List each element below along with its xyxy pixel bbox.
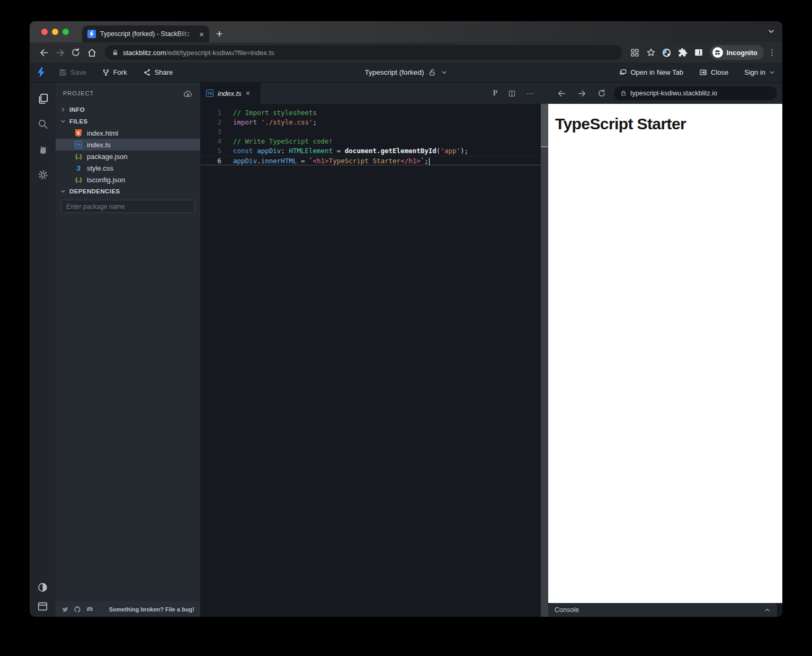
browser-tab[interactable]: Typescript (forked) - StackBlitz × [82, 25, 209, 42]
tab-close-icon[interactable]: × [199, 30, 204, 38]
package-name-input[interactable] [61, 200, 195, 213]
editor-tab-label: index.ts [218, 90, 242, 97]
code-line-2[interactable]: 2import './style.css'; [200, 118, 541, 127]
editor-tab-strip: TS index.ts × P ⋯ [200, 83, 541, 104]
file-item-index-html[interactable]: 5 index.html [56, 127, 200, 139]
theme-toggle-icon[interactable] [37, 582, 48, 593]
extensions-puzzle-icon[interactable] [675, 45, 691, 60]
sign-in-button[interactable]: Sign in [744, 68, 775, 76]
section-dependencies[interactable]: DEPENDENCIES [56, 185, 200, 197]
discord-icon[interactable] [86, 606, 94, 613]
more-options-icon[interactable]: ⋯ [527, 89, 534, 97]
code-line-5[interactable]: 5const appDiv: HTMLElement = document.ge… [200, 146, 541, 156]
preview-reload-button[interactable] [594, 85, 610, 101]
tab-overview-chevron-icon[interactable] [768, 28, 775, 35]
code-editor[interactable]: 1// Import stylesheets2import './style.c… [200, 104, 541, 617]
split-editor-icon[interactable] [508, 90, 516, 97]
editor-scrollbar-thumb[interactable] [541, 104, 548, 147]
files-panel-icon[interactable] [37, 92, 49, 105]
forward-button[interactable] [52, 45, 68, 60]
chevron-right-icon [60, 107, 66, 112]
share-icon [143, 68, 151, 76]
chevron-down-icon [441, 69, 447, 75]
preview-forward-button[interactable] [574, 85, 590, 101]
share-button[interactable]: Share [143, 68, 173, 76]
chevron-down-icon [60, 119, 66, 124]
code-line-text: appDiv.innerHTML = `<h1>TypeScript Start… [221, 156, 430, 165]
line-number: 3 [200, 127, 221, 137]
home-button[interactable] [84, 45, 100, 60]
file-name: package.json [87, 153, 128, 161]
code-line-4[interactable]: 4// Write TypeScript code! [200, 137, 541, 146]
project-title-label: Typescript (forked) [365, 68, 424, 76]
prettier-icon[interactable]: P [493, 89, 497, 97]
preview-toolbar: typescript-ksdiwu.stackblitz.io [548, 83, 782, 104]
search-icon[interactable] [37, 118, 49, 130]
typescript-file-icon: TS [206, 90, 213, 97]
editor-tab-close-icon[interactable]: × [246, 89, 250, 97]
console-label: Console [555, 606, 579, 614]
side-panel-icon[interactable] [691, 45, 707, 60]
browser-window: Typescript (forked) - StackBlitz × + sta… [30, 21, 782, 617]
pane-divider[interactable] [541, 83, 548, 617]
code-line-6[interactable]: 6appDiv.innerHTML = `<h1>TypeScript Star… [200, 156, 541, 165]
json-file-icon: {..} [74, 153, 83, 159]
layout-toggle-icon[interactable] [37, 601, 48, 611]
save-label: Save [70, 68, 86, 76]
lock-icon [112, 49, 119, 56]
reload-button[interactable] [68, 45, 84, 60]
preview-back-button[interactable] [554, 85, 569, 101]
github-icon[interactable] [74, 606, 81, 613]
fork-icon [102, 68, 110, 77]
tab-groups-icon[interactable] [627, 45, 643, 60]
editor-toolbar: P ⋯ [493, 83, 534, 104]
browser-menu-kebab-icon[interactable]: ⋮ [768, 48, 776, 57]
open-in-new-tab-label: Open in New Tab [631, 68, 684, 76]
twitter-icon[interactable] [61, 606, 69, 613]
editor-scrollbar[interactable] [541, 104, 548, 617]
file-item-package-json[interactable]: {..} package.json [56, 150, 200, 162]
file-item-index-ts[interactable]: TS index.ts [56, 139, 200, 150]
fork-button[interactable]: Fork [102, 68, 127, 77]
close-window-button[interactable] [41, 29, 48, 35]
typescript-file-icon: TS [74, 141, 83, 148]
editor-tab-index-ts[interactable]: TS index.ts × [200, 83, 261, 104]
save-button[interactable]: Save [59, 68, 86, 76]
file-item-tsconfig-json[interactable]: {..} tsconfig.json [56, 174, 200, 185]
firebase-icon[interactable] [37, 143, 49, 156]
open-in-new-tab-button[interactable]: Open in New Tab [619, 68, 684, 76]
incognito-badge: Incognito [710, 45, 764, 60]
cloud-download-icon[interactable] [183, 90, 193, 97]
browser-tab-title: Typescript (forked) - StackBlitz [100, 30, 195, 38]
bookmark-star-icon[interactable] [643, 45, 659, 60]
stackblitz-logo-icon[interactable] [37, 67, 45, 77]
chevron-up-icon[interactable] [764, 607, 771, 614]
extension-badge-icon[interactable] [659, 45, 675, 60]
new-tab-button[interactable]: + [216, 26, 222, 42]
section-info-label: INFO [69, 107, 85, 113]
code-line-3[interactable]: 3 [200, 127, 541, 137]
chevron-down-icon [769, 69, 775, 75]
address-bar[interactable]: stackblitz.com/edit/typescript-ksdiwu?fi… [105, 45, 622, 60]
project-title[interactable]: Typescript (forked) [365, 68, 448, 76]
back-button[interactable] [36, 45, 52, 60]
minimize-window-button[interactable] [52, 29, 58, 35]
open-in-new-tab-icon [619, 68, 627, 76]
project-label: PROJECT [63, 90, 94, 96]
section-dependencies-label: DEPENDENCIES [69, 188, 120, 194]
file-item-style-css[interactable]: 3 style.css [56, 162, 200, 174]
line-number: 4 [200, 137, 221, 146]
code-line-1[interactable]: 1// Import stylesheets [200, 108, 541, 118]
lock-icon [620, 90, 627, 96]
console-bar[interactable]: Console [548, 603, 777, 617]
settings-gear-icon[interactable] [37, 169, 49, 181]
maximize-window-button[interactable] [63, 29, 69, 35]
file-a-bug-link[interactable]: Something broken? File a bug! [109, 606, 194, 613]
incognito-label: Incognito [727, 49, 758, 57]
preview-address-bar[interactable]: typescript-ksdiwu.stackblitz.io [614, 86, 777, 100]
section-info[interactable]: INFO [56, 104, 200, 116]
close-panel-button[interactable]: Close [699, 68, 728, 76]
incognito-icon [712, 47, 723, 58]
file-name: index.html [87, 129, 118, 137]
section-files[interactable]: FILES [56, 116, 200, 127]
